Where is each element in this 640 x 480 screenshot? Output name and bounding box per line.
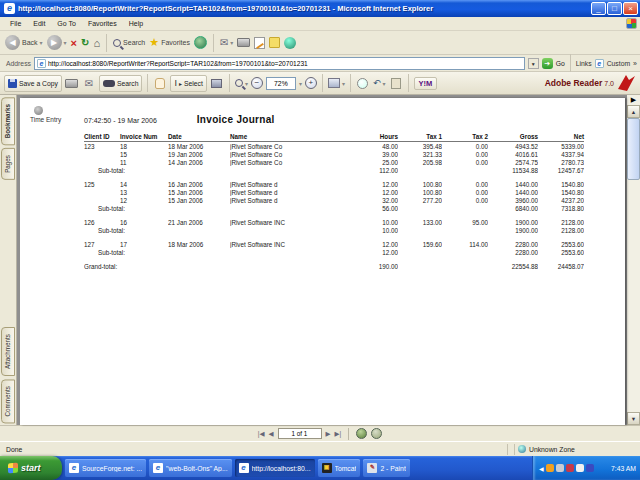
clock: 7:43 AM [611,465,636,472]
toolbar-separator [408,74,409,92]
taskbar-item[interactable]: ehttp://localhost:80... [235,459,315,477]
home-button[interactable]: ⌂ [93,37,100,49]
custom-link[interactable]: Custom [607,60,630,67]
taskbar-item[interactable]: e"web-Bolt-Ons" Ap... [149,459,232,477]
taskbar-item-label: SourceForge.net: ... [82,465,142,472]
time-entry-label: Time Entry [30,116,61,123]
favorites-star-icon: ★ [149,36,159,49]
tray-app-icon[interactable] [566,464,574,472]
page-number-input[interactable]: 1 of 1 [278,428,322,439]
mail-button[interactable]: ✉ ▾ [220,37,233,48]
refresh-button[interactable]: ↻ [81,37,89,48]
note-icon [269,37,280,48]
zoom-level-dropdown-icon[interactable]: ▾ [299,80,302,87]
forward-button[interactable]: ▶ ▾ [47,35,67,50]
zoom-tool-dropdown-icon[interactable]: ▾ [245,80,248,87]
close-button[interactable]: × [623,2,638,15]
table-row: 1215 Jan 2006jRivet Software d32.00277.2… [84,196,584,204]
select-tool-button[interactable]: Ι▸ Select [170,75,206,92]
table-row: 1114 Jan 2006jRivet Software Co25.00205.… [84,158,584,166]
search-button[interactable]: Search [113,39,145,47]
zoom-tool-button[interactable]: ▾ [235,79,248,87]
first-page-button[interactable]: |◀ [258,430,265,438]
tray-chevron-icon[interactable]: ◀ [539,465,544,472]
tray-network-icon[interactable] [556,464,564,472]
zoom-in-button[interactable]: + [305,77,317,89]
hand-tool-button[interactable] [153,76,167,91]
menu-goto[interactable]: Go To [51,20,82,27]
window-controls: _ □ × [591,2,638,15]
toolbar-separator [350,74,351,92]
start-button[interactable]: start [0,456,62,480]
scroll-down-icon[interactable]: ▼ [627,412,640,425]
previous-view-button[interactable] [356,428,367,439]
toolbar-separator [570,54,571,72]
paste-button[interactable] [389,76,403,91]
menu-favorites[interactable]: Favorites [82,20,123,27]
vertical-scrollbar[interactable]: ▶ ▲ ▼ [627,95,640,425]
page-display-button[interactable]: ▾ [328,78,345,88]
scroll-up-icon[interactable]: ▲ [627,105,640,118]
zoom-level-input[interactable]: 72% [266,77,296,90]
undo-dropdown-icon[interactable]: ▾ [382,80,385,87]
tab-comments[interactable]: Comments [1,379,15,423]
security-zone: Unknown Zone [518,445,638,453]
tab-bookmarks[interactable]: Bookmarks [1,97,15,145]
favorites-label: Favorites [161,39,190,46]
history-button[interactable] [194,36,207,49]
stop-button[interactable]: × [71,37,77,49]
restore-button[interactable]: □ [607,2,622,15]
start-label: start [21,463,41,473]
page-display-dropdown-icon[interactable]: ▾ [342,80,345,87]
menu-file[interactable]: File [4,20,27,27]
go-icon[interactable]: ➔ [542,58,553,69]
system-tray: ◀ 7:43 AM [532,456,640,480]
menu-edit[interactable]: Edit [27,20,51,27]
menu-help[interactable]: Help [123,20,149,27]
save-a-copy-button[interactable]: Save a Copy [4,75,62,92]
yahoo-messenger-button[interactable]: Y!M [414,77,438,90]
discuss-button[interactable] [269,37,280,48]
print-document-button[interactable] [65,76,79,91]
undo-button[interactable]: ↶ ▾ [373,78,386,88]
zoom-out-button[interactable]: − [251,77,263,89]
taskbar-item-label: http://localhost:80... [252,465,311,472]
next-view-button[interactable] [371,428,382,439]
back-button[interactable]: ◀ Back ▾ [5,35,43,50]
messenger-button[interactable] [284,37,296,49]
mail-dropdown-icon[interactable]: ▾ [230,39,233,46]
review-comment-button[interactable] [356,76,370,91]
next-page-button[interactable]: ▶ [326,430,331,438]
edit-button[interactable] [254,37,265,49]
taskbar-item[interactable]: ✎2 - Paint [363,459,409,477]
favorites-button[interactable]: ★ Favorites [149,36,190,49]
email-button[interactable]: ✉ [82,76,96,91]
address-url: http://localhost:8080/ReportWriter?Repor… [48,60,523,67]
links-label[interactable]: Links [576,60,592,67]
forward-dropdown-icon[interactable]: ▾ [64,39,67,46]
last-page-button[interactable]: ▶| [335,430,342,438]
tab-attachments[interactable]: Attachments [1,327,15,376]
security-shield-icon[interactable] [546,464,554,472]
address-dropdown-icon[interactable]: ▼ [528,58,539,69]
previous-page-button[interactable]: ◀ [269,430,274,438]
snapshot-tool-button[interactable] [210,76,224,91]
print-button[interactable] [237,38,250,47]
links-overflow-icon[interactable]: » [633,60,637,67]
reader-search-button[interactable]: Search [99,75,143,92]
tray-volume-icon[interactable] [576,464,584,472]
scrollbar-thumb[interactable] [627,118,640,180]
address-input[interactable]: e http://localhost:8080/ReportWriter?Rep… [34,57,525,70]
minimize-button[interactable]: _ [591,2,606,15]
history-icon [194,36,207,49]
scrollbar-track[interactable] [627,118,640,412]
tray-window-icon[interactable] [586,464,594,472]
back-dropdown-icon[interactable]: ▾ [40,39,43,46]
taskbar-item[interactable]: ▣Tomcat [318,459,361,477]
paint-icon: ✎ [367,463,377,473]
taskbar-item[interactable]: eSourceForge.net: ... [65,459,146,477]
go-label[interactable]: Go [556,60,565,67]
titlebar: e http://localhost:8080/ReportWriter?Rep… [0,0,640,17]
toolbar-expand-icon[interactable]: ▶ [631,95,636,105]
tab-pages[interactable]: Pages [1,148,15,180]
